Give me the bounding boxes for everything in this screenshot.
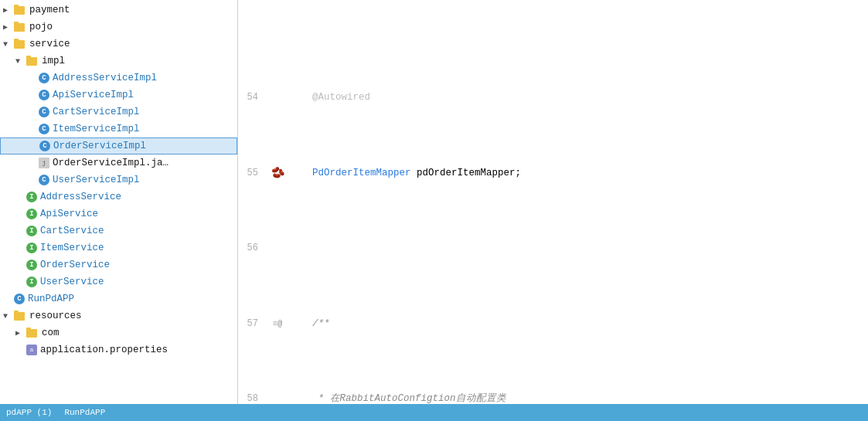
sidebar-item-label: UserService	[40, 277, 104, 287]
code-line-54: 54 @Autowired	[244, 90, 868, 106]
bottom-status-bar: pdAPP (1) RunPdAPP	[0, 404, 868, 421]
file-tree: payment pojo service impl C AddressServi…	[0, 0, 238, 421]
sidebar-item-label: CartService	[40, 226, 104, 236]
sidebar-item-label: payment	[29, 5, 70, 15]
sidebar-item-com[interactable]: com	[0, 324, 237, 341]
properties-file-icon: a	[26, 345, 37, 355]
arrow-icon	[3, 22, 14, 32]
folder-icon	[26, 328, 39, 338]
folder-icon	[14, 39, 26, 49]
class-c-icon: C	[39, 124, 49, 134]
comment-marker-icon: ≡	[273, 317, 278, 332]
code-editor: .code-line { display: flex; align-items:…	[238, 0, 868, 421]
sidebar-item-label: ApiService	[40, 209, 98, 219]
class-c-icon: C	[14, 294, 25, 304]
arrow-icon	[15, 328, 26, 338]
sidebar-item-ApiServiceImpl[interactable]: C ApiServiceImpl	[0, 87, 237, 104]
sidebar-item-ItemServiceImpl[interactable]: C ItemServiceImpl	[0, 121, 237, 138]
bean-icon: 🫘	[271, 166, 284, 182]
code-text: /**	[289, 317, 868, 332]
line-number: 56	[244, 241, 266, 256]
class-i-icon: I	[26, 209, 37, 219]
code-line-55: 55 🫘 PdOrderItemMapper pdOrderItemMapper…	[244, 166, 868, 182]
line-number: 57	[244, 317, 266, 332]
sidebar-item-label: application.properties	[40, 345, 168, 355]
sidebar-item-label: CartServiceImpl	[53, 107, 140, 117]
sidebar-item-AddressService[interactable]: I AddressService	[0, 188, 237, 205]
arrow-icon	[3, 312, 14, 321]
sidebar-item-ItemService[interactable]: I ItemService	[0, 239, 237, 256]
sidebar-item-CartService[interactable]: I CartService	[0, 222, 237, 239]
sidebar-item-label: service	[29, 39, 70, 49]
sidebar-item-label: ItemService	[40, 243, 104, 253]
sidebar-item-label: resources	[29, 311, 82, 321]
sidebar-item-UserServiceImpl[interactable]: C UserServiceImpl	[0, 171, 237, 188]
sidebar-item-ApiService[interactable]: I ApiService	[0, 205, 237, 222]
sidebar-item-application-properties[interactable]: a application.properties	[0, 341, 237, 358]
sidebar-item-OrderServiceImpl-java[interactable]: j OrderServiceImpl.ja…	[0, 154, 237, 171]
class-c-icon: C	[39, 107, 49, 117]
sidebar-item-label: OrderServiceImpl.ja…	[53, 158, 168, 168]
folder-icon	[26, 56, 39, 66]
sidebar-item-resources[interactable]: resources	[0, 307, 237, 324]
sidebar-item-label: com	[42, 328, 60, 338]
class-i-icon: I	[26, 260, 37, 270]
class-i-icon: I	[26, 192, 37, 202]
bottom-bar-item-runpdapp[interactable]: RunPdAPP	[64, 408, 105, 417]
code-text: PdOrderItemMapper pdOrderItemMapper;	[289, 166, 868, 182]
arrow-icon	[3, 40, 14, 49]
class-c-icon: C	[39, 141, 50, 151]
at-marker-icon: @	[277, 317, 282, 332]
sidebar-item-UserService[interactable]: I UserService	[0, 273, 237, 290]
sidebar-item-service[interactable]: service	[0, 36, 237, 53]
sidebar-item-label: OrderServiceImpl	[53, 141, 146, 151]
sidebar-item-impl[interactable]: impl	[0, 53, 237, 70]
gutter-cell: ≡@	[266, 317, 289, 332]
file-icon: j	[39, 158, 49, 168]
sidebar-item-label: OrderService	[40, 260, 110, 270]
gutter-cell: 🫘	[266, 166, 289, 182]
folder-icon	[14, 5, 26, 15]
sidebar-item-payment[interactable]: payment	[0, 2, 237, 19]
line-number: 54	[244, 90, 266, 106]
sidebar-item-label: ApiServiceImpl	[53, 90, 134, 100]
folder-icon	[14, 311, 26, 321]
sidebar-item-label: AddressServiceImpl	[53, 73, 157, 83]
sidebar-item-label: pojo	[29, 22, 53, 32]
sidebar-item-OrderServiceImpl[interactable]: C OrderServiceImpl	[0, 138, 237, 154]
class-c-icon: C	[39, 175, 49, 185]
sidebar-item-label: AddressService	[40, 192, 121, 202]
sidebar-item-label: impl	[42, 56, 65, 66]
sidebar-item-RunPdAPP[interactable]: C RunPdAPP	[0, 290, 237, 307]
sidebar-item-OrderService[interactable]: I OrderService	[0, 256, 237, 273]
bottom-bar-item-pdapp[interactable]: pdAPP (1)	[6, 408, 52, 417]
code-content[interactable]: .code-line { display: flex; align-items:…	[238, 0, 868, 421]
code-text: @Autowired	[289, 90, 868, 106]
sidebar-item-label: RunPdAPP	[28, 294, 74, 304]
line-number: 55	[244, 166, 266, 182]
arrow-icon	[15, 57, 26, 66]
class-c-icon: C	[39, 73, 49, 83]
sidebar-item-label: UserServiceImpl	[53, 175, 140, 185]
code-line-57: 57 ≡@ /**	[244, 317, 868, 332]
sidebar-item-AddressServiceImpl[interactable]: C AddressServiceImpl	[0, 70, 237, 87]
class-i-icon: I	[26, 226, 37, 236]
folder-icon	[14, 22, 26, 32]
class-i-icon: I	[26, 243, 37, 253]
code-line-56: 56	[244, 241, 868, 256]
sidebar-item-label: ItemServiceImpl	[53, 124, 140, 134]
sidebar-item-CartServiceImpl[interactable]: C CartServiceImpl	[0, 104, 237, 121]
arrow-icon	[3, 5, 14, 15]
sidebar-item-pojo[interactable]: pojo	[0, 19, 237, 36]
class-i-icon: I	[26, 277, 37, 287]
class-c-icon: C	[39, 90, 49, 100]
